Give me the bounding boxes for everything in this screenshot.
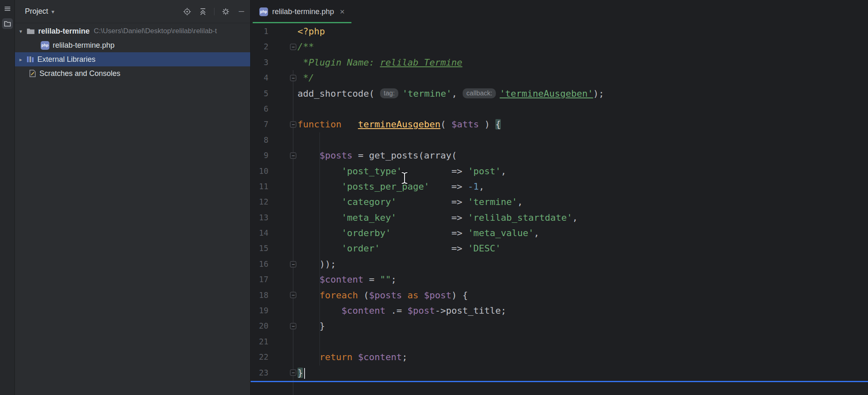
code-line[interactable]: 2−/**	[251, 39, 868, 54]
code-line[interactable]: 13 'meta_key' => 'relilab_startdate',	[251, 210, 868, 225]
code-line[interactable]: 20− }	[251, 318, 868, 334]
code-line[interactable]: 22 return $content;	[251, 349, 868, 365]
gutter-fold-column: −	[268, 39, 297, 54]
locate-file-button[interactable]	[183, 7, 192, 16]
tab-label: relilab-termine.php	[272, 7, 334, 16]
code-text: 'order' => 'DESC'	[297, 241, 501, 256]
code-text: 'post_type' => 'post',	[297, 163, 506, 179]
line-number: 17	[251, 272, 268, 287]
code-lines: 1<?php2−/**3 *Plugin Name: relilab Termi…	[251, 24, 868, 380]
code-text: $content = "";	[297, 272, 396, 287]
panel-title[interactable]: Project	[25, 7, 48, 16]
gutter-fold-column: −	[268, 365, 297, 380]
gutter-fold-column	[268, 179, 297, 194]
code-line[interactable]: 3 *Plugin Name: relilab Termine	[251, 55, 868, 70]
close-icon[interactable]: ×	[340, 7, 345, 17]
fold-start-icon[interactable]: −	[290, 44, 296, 50]
line-number: 1	[251, 24, 268, 39]
code-line[interactable]: 15 'order' => 'DESC'	[251, 241, 868, 256]
code-line[interactable]: 19 $content .= $post->post_title;	[251, 303, 868, 318]
code-text: }	[297, 365, 305, 380]
code-text: function termineAusgeben( $atts ) {	[297, 117, 501, 132]
caret-row-indicator	[251, 381, 868, 382]
code-line[interactable]: 11 'posts_per_page' => -1,	[251, 179, 868, 194]
code-text: foreach ($posts as $post) {	[297, 288, 468, 303]
settings-gear-icon[interactable]	[221, 7, 230, 16]
code-line[interactable]: 9− $posts = get_posts(array(	[251, 148, 868, 163]
gutter-fold-column	[268, 101, 297, 117]
fold-end-icon[interactable]: −	[290, 75, 296, 81]
code-line[interactable]: 16− ));	[251, 256, 868, 272]
code-line[interactable]: 8	[251, 132, 868, 148]
line-number: 18	[251, 288, 268, 303]
code-editor[interactable]: 1<?php2−/**3 *Plugin Name: relilab Termi…	[251, 23, 868, 395]
hide-panel-button[interactable]: ─	[237, 7, 246, 16]
gutter-fold-column	[268, 163, 297, 179]
gutter-fold-column: −	[268, 148, 297, 163]
code-line[interactable]: 12 'category' => 'termine',	[251, 194, 868, 210]
code-line[interactable]: 6	[251, 101, 868, 117]
code-text: 'meta_key' => 'relilab_startdate',	[297, 210, 578, 225]
code-line[interactable]: 1<?php	[251, 24, 868, 39]
code-text: <?php	[297, 24, 325, 39]
project-panel: Project ▾ ─ ▾	[15, 0, 250, 395]
tree-item-external-libraries[interactable]: ▸ External Libraries	[15, 52, 250, 66]
editor-area: php relilab-termine.php × 1<?php2−/**3 *…	[250, 0, 868, 395]
line-number: 15	[251, 241, 268, 256]
collapse-all-button[interactable]	[198, 7, 207, 16]
code-line[interactable]: 18− foreach ($posts as $post) {	[251, 288, 868, 303]
line-number: 12	[251, 194, 268, 210]
code-text: $posts = get_posts(array(	[297, 148, 457, 163]
gutter-fold-column	[268, 24, 297, 39]
fold-start-icon[interactable]: −	[290, 292, 296, 298]
line-number: 11	[251, 179, 268, 194]
line-number: 13	[251, 210, 268, 225]
fold-start-icon[interactable]: −	[290, 122, 296, 128]
code-line[interactable]: 4− */	[251, 70, 868, 85]
code-line[interactable]: 10 'post_type' => 'post',	[251, 163, 868, 179]
gutter-fold-column: −	[268, 318, 297, 334]
project-panel-header: Project ▾ ─	[15, 0, 250, 23]
code-line[interactable]: 17 $content = "";	[251, 272, 868, 287]
code-line[interactable]: 5add_shortcode( tag:'termine', callback:…	[251, 86, 868, 101]
tree-item-scratches[interactable]: Scratches and Consoles	[15, 66, 250, 80]
fold-start-icon[interactable]: −	[290, 152, 296, 158]
chevron-down-icon[interactable]: ▾	[51, 8, 54, 15]
gutter-fold-column	[268, 132, 297, 148]
main-menu-icon[interactable]	[2, 3, 13, 14]
gutter-fold-column: −	[268, 288, 297, 303]
code-line[interactable]: 14 'orderby' => 'meta_value',	[251, 225, 868, 241]
line-number: 22	[251, 349, 268, 365]
chevron-expanded-icon[interactable]: ▾	[17, 28, 24, 34]
tab-relilab-termine-php[interactable]: php relilab-termine.php ×	[253, 0, 351, 23]
code-text: add_shortcode( tag:'termine', callback:'…	[297, 86, 604, 101]
code-text: 'category' => 'termine',	[297, 194, 523, 210]
external-libraries-label: External Libraries	[37, 55, 95, 64]
tree-item-php-file[interactable]: php relilab-termine.php	[15, 38, 250, 52]
fold-end-icon[interactable]: −	[290, 323, 296, 329]
project-stripe-icon[interactable]	[2, 18, 13, 29]
gutter-fold-column	[268, 272, 297, 287]
project-root-name: relilab-termine	[38, 27, 90, 36]
code-line[interactable]: 23−}	[251, 365, 868, 380]
line-number: 19	[251, 303, 268, 318]
line-number: 10	[251, 163, 268, 179]
scratches-label: Scratches and Consoles	[39, 69, 120, 78]
tree-item-project-root[interactable]: ▾ relilab-termine C:\Users\Daniel\Deskto…	[15, 24, 250, 38]
fold-end-icon[interactable]: −	[290, 261, 296, 267]
line-number: 8	[251, 132, 268, 148]
gutter-fold-column	[268, 303, 297, 318]
code-line[interactable]: 21	[251, 334, 868, 349]
line-number: 7	[251, 117, 268, 132]
code-text: *Plugin Name: relilab Termine	[297, 55, 462, 70]
chevron-collapsed-icon[interactable]: ▸	[17, 56, 24, 63]
code-line[interactable]: 7−function termineAusgeben( $atts ) {	[251, 117, 868, 132]
gutter-fold-column	[268, 225, 297, 241]
line-number: 6	[251, 101, 268, 117]
libraries-icon	[27, 56, 34, 63]
line-number: 9	[251, 148, 268, 163]
gutter-fold-column	[268, 194, 297, 210]
parameter-hint: callback:	[463, 88, 496, 98]
line-number: 20	[251, 318, 268, 334]
fold-end-icon[interactable]: −	[290, 370, 296, 376]
